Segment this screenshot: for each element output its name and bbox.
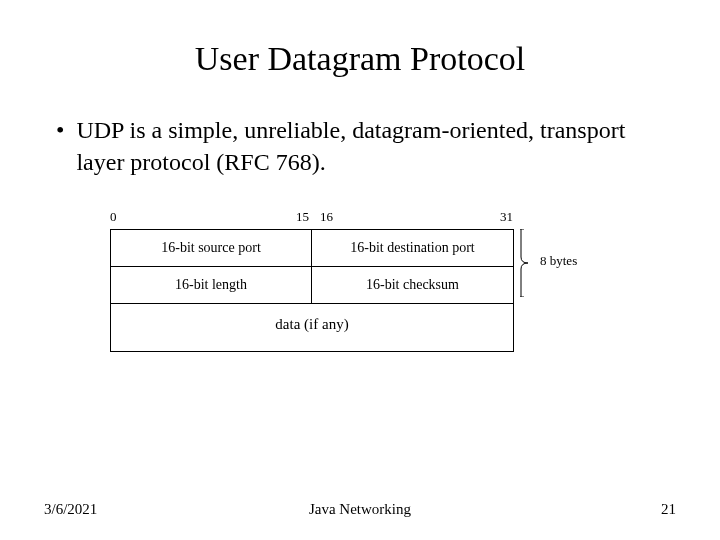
brace-icon bbox=[520, 229, 534, 297]
footer-page-number: 21 bbox=[661, 501, 676, 518]
bullet-dot: • bbox=[56, 114, 64, 179]
ruler-16: 16 bbox=[320, 209, 333, 225]
ruler-31: 31 bbox=[500, 209, 513, 225]
brace-label: 8 bytes bbox=[540, 253, 577, 269]
bullet-item: • UDP is a simple, unreliable, datagram-… bbox=[50, 114, 670, 179]
udp-header-diagram: 0 15 16 31 16-bit source port 16-bit des… bbox=[110, 209, 610, 352]
slide: User Datagram Protocol • UDP is a simple… bbox=[0, 0, 720, 540]
page-title: User Datagram Protocol bbox=[50, 40, 670, 78]
bit-ruler: 0 15 16 31 bbox=[110, 209, 610, 229]
footer-title: Java Networking bbox=[309, 501, 411, 518]
field-data: data (if any) bbox=[110, 304, 514, 352]
header-row-2: 16-bit length 16-bit checksum bbox=[111, 267, 513, 303]
field-dest-port: 16-bit destination port bbox=[312, 230, 513, 266]
footer-date: 3/6/2021 bbox=[44, 501, 97, 518]
header-fields: 16-bit source port 16-bit destination po… bbox=[110, 229, 514, 304]
field-length: 16-bit length bbox=[111, 267, 312, 303]
ruler-15: 15 bbox=[296, 209, 309, 225]
ruler-0: 0 bbox=[110, 209, 117, 225]
field-checksum: 16-bit checksum bbox=[312, 267, 513, 303]
header-row-1: 16-bit source port 16-bit destination po… bbox=[111, 230, 513, 267]
field-source-port: 16-bit source port bbox=[111, 230, 312, 266]
bullet-text: UDP is a simple, unreliable, datagram-or… bbox=[76, 114, 664, 179]
slide-footer: 3/6/2021 Java Networking 21 bbox=[0, 501, 720, 518]
